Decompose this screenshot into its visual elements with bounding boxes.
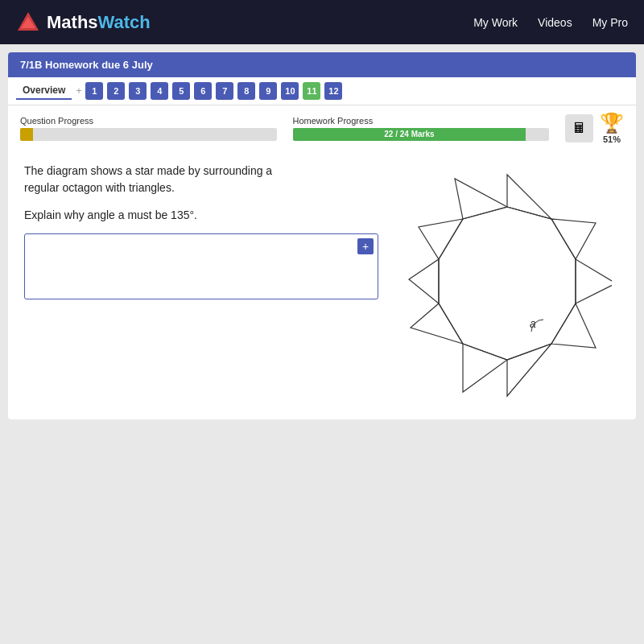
svg-marker-11	[419, 219, 463, 259]
navbar-logo: MathsWatch	[16, 10, 151, 35]
calculator-icon[interactable]: 🖩	[565, 114, 593, 142]
question-text: The diagram shows a star made by surroun…	[24, 163, 378, 196]
question-diagram-side: a	[394, 163, 620, 407]
svg-marker-10	[409, 259, 439, 303]
trophy-icon: 🏆	[600, 112, 624, 134]
expand-input-button[interactable]: +	[357, 238, 374, 254]
homework-progress-bar-bg: 22 / 24 Marks	[293, 128, 550, 141]
svg-marker-9	[411, 303, 463, 344]
trophy-percent: 51%	[603, 134, 621, 144]
homework-progress-fill: 22 / 24 Marks	[293, 128, 526, 141]
star-diagram: a	[402, 163, 612, 407]
homework-progress-text: 22 / 24 Marks	[384, 130, 434, 138]
question-progress-label: Question Progress	[20, 116, 277, 126]
tab-11[interactable]: 11	[303, 82, 320, 100]
tab-8[interactable]: 8	[237, 82, 255, 100]
svg-marker-12	[455, 179, 507, 219]
navbar-nav: My Work Videos My Pro	[473, 16, 628, 29]
homework-header: 7/1B Homework due 6 July	[8, 52, 636, 77]
homework-progress-label: Homework Progress	[293, 116, 550, 126]
tab-6[interactable]: 6	[194, 82, 212, 100]
question-subtext: Explain why angle a must be 135°.	[24, 208, 378, 221]
logo-icon	[16, 10, 40, 35]
angle-label: a	[530, 317, 536, 330]
question-text-side: The diagram shows a star made by surroun…	[24, 163, 378, 407]
svg-marker-5	[576, 259, 612, 303]
progress-section: Question Progress Homework Progress 22 /…	[8, 105, 636, 151]
svg-marker-8	[463, 344, 507, 392]
tab-7[interactable]: 7	[216, 82, 233, 100]
tab-10[interactable]: 10	[281, 82, 299, 100]
question-progress-fill	[20, 128, 33, 141]
tab-12[interactable]: 12	[324, 82, 342, 100]
star-svg: a	[402, 163, 612, 404]
question-progress-item: Question Progress	[20, 116, 277, 141]
navbar: MathsWatch My Work Videos My Pro	[0, 0, 644, 44]
tab-2[interactable]: 2	[107, 82, 125, 100]
nav-videos[interactable]: Videos	[538, 16, 572, 29]
tab-4[interactable]: 4	[151, 82, 168, 100]
svg-marker-6	[551, 303, 596, 348]
tab-separator: +	[76, 85, 81, 97]
tab-5[interactable]: 5	[172, 82, 190, 100]
nav-mypro[interactable]: My Pro	[592, 16, 628, 29]
answer-textarea[interactable]	[31, 241, 371, 289]
tab-1[interactable]: 1	[85, 82, 103, 100]
tab-bar: Overview + 1 2 3 4 5 6 7 8 9 10 11 12	[8, 77, 636, 105]
homework-card: 7/1B Homework due 6 July Overview + 1 2 …	[8, 52, 636, 419]
answer-input-container: +	[24, 233, 378, 299]
main-content: 7/1B Homework due 6 July Overview + 1 2 …	[0, 44, 644, 644]
nav-mywork[interactable]: My Work	[473, 16, 518, 29]
trophy-section: 🏆 51%	[600, 112, 624, 144]
svg-marker-3	[507, 175, 551, 219]
tab-3[interactable]: 3	[129, 82, 147, 100]
question-content: The diagram shows a star made by surroun…	[8, 151, 636, 419]
navbar-title: MathsWatch	[47, 12, 151, 33]
progress-icons: 🖩 🏆 51%	[565, 112, 624, 144]
svg-marker-4	[551, 219, 596, 259]
homework-progress-item: Homework Progress 22 / 24 Marks	[293, 116, 550, 141]
tab-overview[interactable]: Overview	[16, 82, 72, 100]
tab-9[interactable]: 9	[259, 82, 277, 100]
svg-marker-7	[507, 344, 551, 396]
question-progress-bar-bg	[20, 128, 277, 141]
